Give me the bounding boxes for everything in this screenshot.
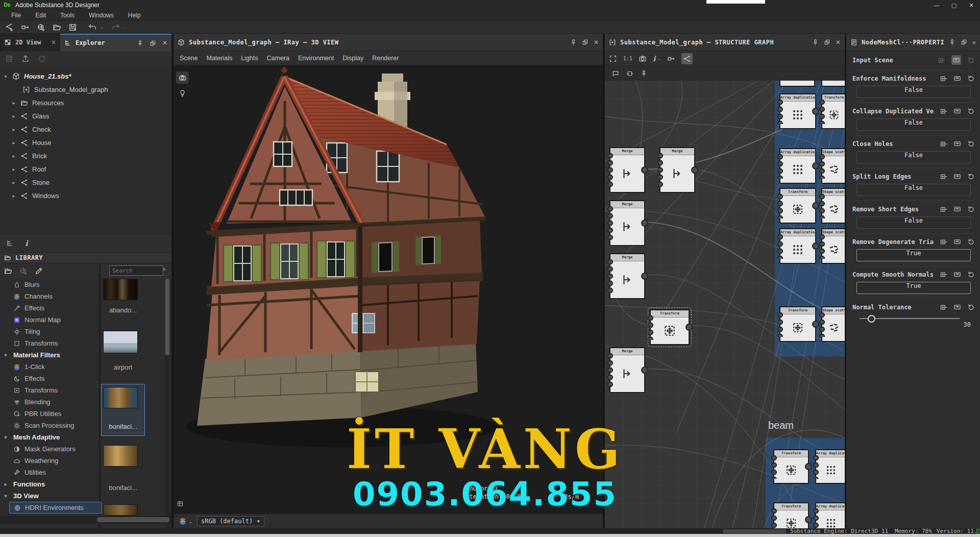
- export-package-icon[interactable]: [21, 55, 30, 63]
- menu-renderer[interactable]: Renderer: [372, 55, 399, 62]
- graph-node-merge[interactable]: Merge: [609, 147, 645, 193]
- graph-node-transform[interactable]: Transform: [779, 306, 816, 342]
- undo-history-chevron-icon[interactable]: ⌄: [100, 25, 104, 30]
- close-panel-icon[interactable]: ✕: [594, 39, 599, 46]
- slider-knob[interactable]: [868, 315, 875, 323]
- fit-view-icon[interactable]: [609, 55, 617, 63]
- expose-parameter-icon[interactable]: [940, 271, 947, 278]
- chevron-right-icon[interactable]: ▸: [11, 127, 16, 132]
- node-input-ports[interactable]: [813, 454, 819, 479]
- pin-icon[interactable]: [641, 70, 647, 77]
- pin-panel-icon[interactable]: [949, 39, 955, 45]
- library-vertical-scrollbar-thumb[interactable]: [165, 279, 169, 355]
- graph-node-scatter[interactable]: Shape scatter: [821, 306, 845, 342]
- menu-environment[interactable]: Environment: [298, 55, 334, 62]
- node-input-ports[interactable]: [813, 507, 819, 528]
- frame-label[interactable]: beam: [768, 420, 794, 431]
- tree-row-house[interactable]: ▸ House: [11, 136, 52, 149]
- graph-node-merge[interactable]: Merge: [659, 147, 695, 193]
- open-file-icon[interactable]: [53, 23, 61, 32]
- node-input-ports[interactable]: [819, 193, 825, 218]
- 3d-view-header[interactable]: Substance_Model_graph — IRay — 3D VIEW ✕: [174, 34, 603, 51]
- library-item-effects[interactable]: Effects: [0, 302, 97, 314]
- select-node-tool[interactable]: [681, 53, 693, 64]
- node-input-ports[interactable]: [777, 99, 783, 124]
- graph-node-transform[interactable]: Transform: [779, 188, 816, 224]
- float-panel-icon[interactable]: [961, 39, 967, 45]
- structure-view-icon[interactable]: [6, 239, 14, 247]
- new-package-icon[interactable]: [37, 23, 45, 32]
- minimize-button[interactable]: —: [928, 0, 945, 10]
- graph-node-merge[interactable]: Merge: [609, 347, 645, 393]
- hdri-thumbnail[interactable]: [103, 279, 138, 300]
- chevron-down-icon[interactable]: ▾: [3, 74, 8, 79]
- menu-camera[interactable]: Camera: [267, 55, 289, 62]
- function-icon[interactable]: [953, 75, 961, 82]
- expose-parameter-icon[interactable]: [940, 303, 947, 311]
- chevron-right-icon[interactable]: ▸: [11, 100, 16, 106]
- graph-node-merge[interactable]: Merge: [609, 200, 645, 246]
- chevron-expand-icon[interactable]: ⌄: [188, 519, 193, 524]
- colorspace-layers-icon[interactable]: [179, 517, 187, 525]
- node-input-ports[interactable]: [819, 311, 825, 337]
- property-value-button[interactable]: True: [856, 249, 971, 261]
- pin-panel-icon[interactable]: [137, 40, 143, 46]
- actual-size-icon[interactable]: 1:1: [623, 56, 632, 61]
- expose-parameter-icon[interactable]: [938, 56, 945, 64]
- chevron-right-icon[interactable]: ▸: [11, 193, 16, 199]
- node-input-ports[interactable]: [819, 99, 825, 124]
- expose-parameter-icon[interactable]: [940, 140, 947, 148]
- node-output-port[interactable]: [812, 202, 819, 209]
- library-item-effects-mf[interactable]: Effects: [0, 373, 97, 384]
- chevron-down-icon[interactable]: ▾: [3, 352, 8, 358]
- library-item-transforms-mf[interactable]: Transforms: [0, 384, 97, 396]
- node-input-ports[interactable]: [647, 314, 654, 340]
- node-output-port[interactable]: [812, 162, 819, 169]
- library-item-transforms[interactable]: Transforms: [0, 337, 97, 349]
- graph-node-array[interactable]: Array duplication: [815, 502, 845, 528]
- property-value-button[interactable]: False: [856, 86, 971, 98]
- expose-parameter-icon[interactable]: [940, 173, 947, 180]
- viewport-layout-icon[interactable]: [177, 500, 184, 509]
- properties-header[interactable]: NodeMeshCl···PROPERTIES ✕: [846, 34, 980, 51]
- node-input-ports[interactable]: [771, 454, 777, 479]
- comment-icon[interactable]: [612, 70, 619, 77]
- node-input-ports[interactable]: [777, 193, 783, 218]
- node-output-port[interactable]: [812, 108, 819, 115]
- graph-node-merge[interactable]: Merge: [609, 253, 645, 299]
- function-active-indicator[interactable]: [951, 55, 961, 65]
- reset-icon[interactable]: [967, 75, 975, 82]
- function-icon[interactable]: [953, 140, 961, 148]
- redo-history-chevron-icon[interactable]: ⌄: [123, 25, 127, 30]
- node-input-ports[interactable]: [777, 233, 783, 259]
- library-item-blurs[interactable]: Blurs: [0, 279, 97, 290]
- node-output-port[interactable]: [691, 166, 698, 174]
- library-item-mask-generators[interactable]: Mask Generators: [0, 443, 97, 455]
- light-button[interactable]: [176, 87, 188, 99]
- graph-node-transform[interactable]: Transform: [650, 309, 690, 345]
- library-item-hdri-environments[interactable]: HDRI Environments: [9, 502, 102, 514]
- chevron-right-icon[interactable]: ▸: [11, 153, 16, 159]
- node-input-ports[interactable]: [771, 507, 777, 528]
- node-input-ports[interactable]: [777, 311, 783, 337]
- menu-file[interactable]: File: [4, 12, 28, 19]
- menu-tools[interactable]: Tools: [53, 12, 82, 19]
- graph-node-transform[interactable]: Transform: [773, 449, 809, 484]
- reset-icon[interactable]: [967, 140, 975, 148]
- float-panel-icon[interactable]: [150, 40, 156, 46]
- menu-help[interactable]: Help: [121, 12, 148, 19]
- tree-row-stone[interactable]: ▸ Stone: [11, 176, 50, 189]
- float-panel-icon[interactable]: [582, 39, 589, 45]
- close-button[interactable]: ✕: [963, 0, 980, 10]
- reset-icon[interactable]: [967, 271, 975, 278]
- graph-node-scatter[interactable]: Shape scatter: [821, 228, 845, 264]
- menu-lights[interactable]: Lights: [241, 55, 258, 62]
- graph-canvas[interactable]: beam: [605, 81, 845, 528]
- camera-mode-button[interactable]: [176, 71, 188, 84]
- menu-materials[interactable]: Materials: [206, 55, 232, 62]
- property-value-button[interactable]: False: [856, 151, 971, 163]
- graph-node-array[interactable]: Array duplication: [779, 93, 816, 129]
- redo-icon[interactable]: [111, 23, 120, 32]
- node-output-port[interactable]: [685, 324, 693, 331]
- library-horizontal-scrollbar-thumb[interactable]: [97, 517, 169, 522]
